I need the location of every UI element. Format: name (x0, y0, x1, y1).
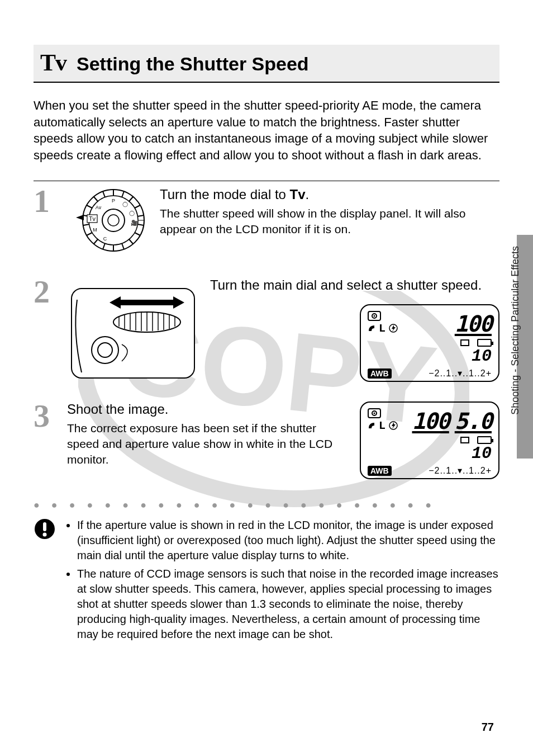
metering-icon (368, 408, 381, 418)
step-1: 1 (34, 187, 499, 262)
flash-icon (389, 324, 398, 333)
side-section-label: Shooting - Selecting Particular Effects (510, 246, 521, 415)
ev-scale: −2..1..▾..1..2+ (429, 368, 492, 379)
intro-paragraph: When you set the shutter speed in the sh… (34, 97, 499, 164)
aperture-value: 5.0 (455, 408, 492, 434)
image-size-label: L (379, 419, 386, 432)
step-2-title: Turn the main dial and select a shutter … (210, 277, 482, 293)
shutter-speed-value: 100 (455, 311, 492, 337)
shutter-speed-value: 100 (412, 408, 449, 434)
svg-text:◯: ◯ (129, 210, 135, 216)
svg-rect-64 (43, 522, 46, 531)
step-2: 2 (34, 277, 499, 386)
shots-remaining: 10 (412, 444, 492, 463)
divider (34, 181, 499, 181)
awb-label: AWB (368, 368, 392, 379)
quality-icon (368, 422, 375, 429)
svg-point-65 (43, 532, 47, 536)
tv-mode-icon: Tv (40, 49, 66, 76)
svg-text:M: M (93, 227, 97, 233)
svg-text:C: C (103, 236, 107, 242)
step-1-title: Turn the mode dial to Tv. (160, 187, 499, 202)
main-dial-diagram (66, 277, 200, 386)
page-heading: Tv Setting the Shutter Speed (34, 45, 499, 83)
svg-point-60 (374, 412, 375, 414)
step-3-title: Shoot the image. (67, 401, 349, 417)
page-title: Setting the Shutter Speed (77, 53, 309, 75)
page-number: 77 (482, 721, 494, 734)
caution-icon (34, 518, 56, 540)
flash-icon (389, 421, 398, 430)
svg-marker-62 (392, 422, 396, 429)
display-panel-step3: L 100 5.0 (360, 401, 499, 479)
svg-point-52 (98, 343, 112, 357)
step-1-desc: The shutter speed will show in the displ… (160, 206, 499, 238)
display-panel-step2: L 100 10 (360, 304, 499, 382)
svg-point-24 (108, 215, 119, 226)
step-number: 3 (34, 401, 56, 431)
metering-icon (368, 311, 381, 321)
step-number: 1 (34, 187, 56, 216)
dial-tv-label: Tv (89, 215, 96, 222)
svg-text:P: P (112, 198, 115, 204)
awb-label: AWB (368, 466, 392, 476)
mode-dial-diagram: Tv P ◯ ◯ Av M 🎥 C (66, 187, 150, 262)
step-3: 3 Shoot the image. The correct exposure … (34, 401, 499, 479)
svg-marker-57 (392, 325, 396, 332)
battery-icon (477, 436, 492, 444)
svg-text:◯: ◯ (122, 201, 128, 207)
step-number: 2 (34, 277, 56, 306)
quality-icon (368, 324, 375, 332)
svg-point-55 (374, 315, 375, 316)
svg-text:Av: Av (96, 205, 102, 210)
step-3-desc: The correct exposure has been set if the… (67, 420, 349, 468)
caution-note: If the aperture value is shown in red in… (34, 518, 499, 645)
drive-mode-icon (460, 339, 469, 346)
dotted-divider: ● ● ● ● ● ● ● ● ● ● ● ● ● ● ● ● ● ● ● ● … (34, 499, 499, 511)
battery-icon (477, 339, 492, 347)
shots-remaining: 10 (455, 347, 492, 366)
drive-mode-icon (460, 437, 469, 443)
note-item: The nature of CCD image sensors is such … (77, 566, 499, 642)
svg-text:🎥: 🎥 (131, 219, 138, 226)
image-size-label: L (379, 322, 386, 335)
ev-scale: −2..1..▾..1..2+ (429, 465, 492, 476)
svg-marker-25 (76, 215, 84, 220)
note-item: If the aperture value is shown in red in… (77, 518, 499, 563)
